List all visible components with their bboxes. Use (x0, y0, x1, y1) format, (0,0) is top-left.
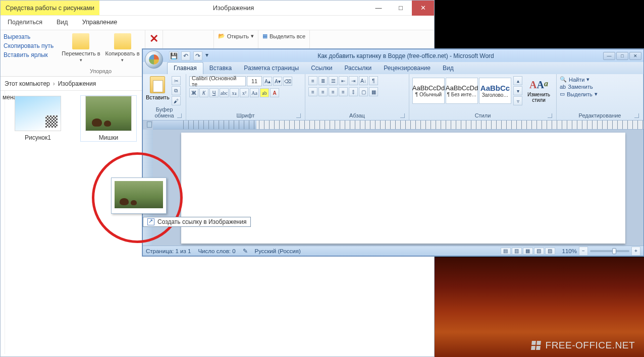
copy-path-link[interactable]: Скопировать путь (4, 42, 53, 49)
select-button[interactable]: ▭Выделить ▾ (560, 91, 640, 97)
word-maximize-button[interactable]: □ (616, 52, 628, 60)
styles-down[interactable]: ▾ (513, 86, 522, 95)
explorer-tab-share[interactable]: Поделиться (1, 16, 49, 30)
delete-x-icon[interactable]: ✕ (149, 32, 158, 45)
multilevel-button[interactable]: ☰ (329, 76, 338, 85)
decrease-indent-button[interactable]: ⇤ (339, 76, 348, 85)
subscript-button[interactable]: x₂ (230, 88, 239, 97)
explorer-minimize-button[interactable]: — (367, 1, 390, 16)
styles-up[interactable]: ▴ (513, 76, 522, 85)
underline-button[interactable]: Ч (209, 88, 219, 97)
explorer-tab-view[interactable]: Вид (49, 16, 75, 30)
view-draft[interactable]: ▨ (545, 248, 555, 255)
breadcrumb-folder[interactable]: Изображения (58, 80, 96, 87)
office-button[interactable] (145, 50, 163, 69)
explorer-sidebar[interactable]: мена (1, 91, 5, 354)
explorer-tab-manage[interactable]: Управление (75, 16, 125, 30)
line-spacing-button[interactable]: ‡ (349, 87, 358, 96)
borders-button[interactable]: ▦ (369, 87, 378, 96)
clear-formatting-button[interactable]: ⌫ (283, 77, 292, 86)
cut-link[interactable]: Вырезать (4, 33, 53, 40)
zoom-value: 110% (562, 248, 577, 254)
numbering-button[interactable]: ≣ (318, 76, 328, 85)
styles-more[interactable]: ▿ (513, 96, 522, 105)
explorer-maximize-button[interactable]: □ (390, 1, 412, 16)
format-painter-button[interactable]: 🖌 (172, 96, 181, 105)
shading-button[interactable]: ▢ (359, 87, 368, 96)
style-normal[interactable]: AaBbCcDd ¶ Обычный (412, 78, 445, 104)
align-right-button[interactable]: ≡ (329, 87, 338, 96)
explorer-titlebar[interactable]: Средства работы с рисунками Изображения … (1, 1, 434, 16)
breadcrumb-root[interactable]: Этот компьютер (5, 80, 50, 87)
tab-review[interactable]: Рецензирование (378, 63, 437, 74)
paste-shortcut-link[interactable]: Вставить ярлык (4, 51, 53, 58)
qat-redo-button[interactable]: ↷ (193, 51, 202, 61)
style-heading1[interactable]: AaBbCc Заголово… (479, 78, 511, 104)
word-titlebar[interactable]: 💾 ↶ ↷ ▾ Как добавить картинку в Ворде (f… (143, 49, 643, 62)
copy-button[interactable]: ⧉ (172, 86, 181, 95)
superscript-button[interactable]: x² (240, 88, 249, 97)
status-page[interactable]: Страница: 1 из 1 (146, 248, 191, 254)
status-words[interactable]: Число слов: 0 (198, 248, 235, 254)
highlight-button[interactable]: ab (260, 88, 269, 97)
open-button[interactable]: 📂Открыть ▾ (218, 32, 254, 40)
change-case-button[interactable]: Aa (250, 88, 259, 97)
change-styles-button[interactable]: AAa Изменить стили (524, 79, 553, 103)
spellcheck-icon[interactable]: ✎ (243, 248, 248, 255)
ruler-corner[interactable] (147, 122, 152, 128)
align-left-button[interactable]: ≡ (308, 87, 317, 96)
tab-view[interactable]: Вид (437, 63, 460, 74)
zoom-out-button[interactable]: − (579, 247, 588, 256)
explorer-context-tab[interactable]: Средства работы с рисунками (1, 1, 99, 15)
move-to-button[interactable]: Переместить в ▾ (61, 32, 101, 64)
vertical-ruler[interactable] (143, 130, 153, 246)
zoom-slider[interactable] (590, 250, 629, 252)
file-item[interactable]: Рисунок1 (10, 96, 66, 141)
grow-font-button[interactable]: A▴ (263, 77, 272, 86)
find-button[interactable]: 🔍Найти ▾ (560, 76, 640, 83)
word-minimize-button[interactable]: — (603, 52, 615, 60)
tab-mailings[interactable]: Рассылки (338, 63, 378, 74)
replace-button[interactable]: abЗаменить (560, 84, 640, 90)
zoom-control[interactable]: 110% − + (562, 247, 640, 256)
strikethrough-button[interactable]: abc (220, 88, 229, 97)
increase-indent-button[interactable]: ⇥ (349, 76, 358, 85)
view-full-reading[interactable]: ▥ (512, 248, 522, 255)
view-outline[interactable]: ▧ (534, 248, 544, 255)
qat-undo-button[interactable]: ↶ (181, 51, 190, 61)
font-name-value: Calibri (Основной те (192, 75, 243, 87)
cut-button[interactable]: ✂ (172, 76, 181, 85)
tab-insert[interactable]: Вставка (203, 63, 238, 74)
justify-button[interactable]: ≡ (339, 87, 348, 96)
shrink-font-button[interactable]: A▾ (273, 77, 282, 86)
align-center-button[interactable]: ≡ (318, 87, 328, 96)
font-color-button[interactable]: A (270, 88, 279, 97)
explorer-ribbon-tabs: Поделиться Вид Управление (1, 16, 434, 30)
font-name-combo[interactable]: Calibri (Основной те (189, 76, 246, 86)
horizontal-ruler[interactable] (153, 121, 643, 130)
zoom-in-button[interactable]: + (631, 247, 640, 256)
paste-button[interactable]: Вставить (146, 76, 170, 105)
qat-save-button[interactable]: 💾 (169, 51, 178, 61)
explorer-close-button[interactable]: ✕ (412, 1, 434, 16)
sort-button[interactable]: A↓ (359, 76, 368, 85)
tab-layout[interactable]: Разметка страницы (238, 63, 305, 74)
document-page[interactable] (181, 133, 625, 244)
italic-button[interactable]: К (199, 88, 208, 97)
style-no-spacing[interactable]: AaBbCcDd ¶ Без инте… (446, 78, 478, 104)
select-all-button[interactable]: ▦Выделить все (262, 32, 305, 40)
tab-references[interactable]: Ссылки (305, 63, 338, 74)
status-language[interactable]: Русский (Россия) (255, 248, 301, 254)
bold-button[interactable]: Ж (189, 88, 198, 97)
view-web-layout[interactable]: ▦ (523, 248, 533, 255)
word-close-button[interactable]: ✕ (629, 52, 641, 60)
show-marks-button[interactable]: ¶ (369, 76, 378, 85)
file-item[interactable]: Мишки (81, 96, 136, 141)
tab-home[interactable]: Главная (167, 62, 203, 74)
bullets-button[interactable]: ≡ (308, 76, 317, 85)
styles-scroll[interactable]: ▴ ▾ ▿ (513, 76, 522, 105)
view-print-layout[interactable]: ▤ (501, 248, 511, 255)
copy-to-button[interactable]: Копировать в ▾ (104, 32, 141, 64)
font-size-combo[interactable]: 11 (247, 76, 262, 86)
explorer-organize-group: Переместить в ▾ Копировать в ▾ Упорядо (57, 30, 145, 76)
